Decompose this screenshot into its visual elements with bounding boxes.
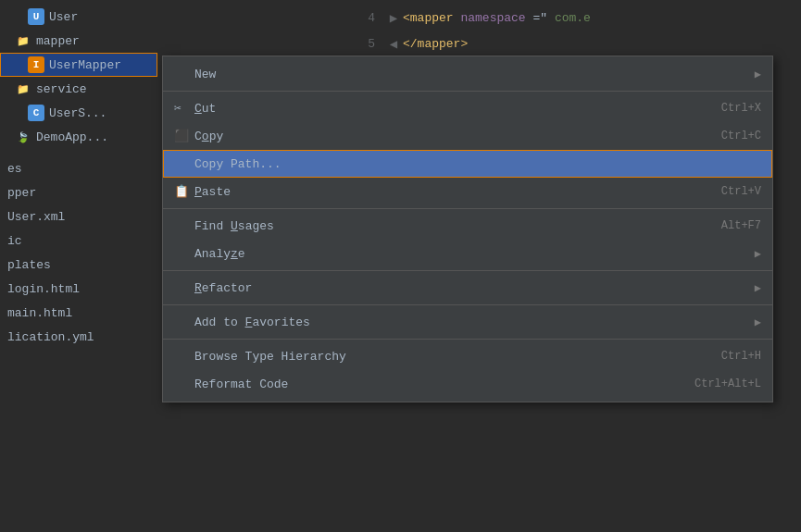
menu-item-copy-path[interactable]: Copy Path... (163, 150, 772, 178)
menu-item-browse-hierarchy[interactable]: Browse Type Hierarchy Ctrl+H (163, 342, 772, 370)
tree-label: UserMapper (49, 58, 121, 72)
separator (163, 91, 772, 92)
shortcut-hierarchy: Ctrl+H (684, 350, 761, 363)
code-text: </mapper> (403, 37, 468, 51)
tree-item-demoapp[interactable]: 🍃 DemoApp... (0, 125, 157, 149)
tree-label: service (36, 82, 87, 96)
menu-item-refactor[interactable]: Refactor ▶ (163, 274, 772, 302)
submenu-arrow-icon: ▶ (755, 247, 761, 261)
shortcut-copy: Ctrl+C (684, 130, 761, 142)
tree-item-service[interactable]: 📁 service (0, 77, 157, 101)
menu-label-new: New (194, 68, 747, 81)
menu-label-add-favorites: Add to Favorites (194, 315, 747, 329)
tree-item-partial-pper[interactable]: pper (0, 180, 157, 204)
tree-item-partial-lication[interactable]: lication.yml (0, 325, 157, 349)
line-number: 5 (352, 37, 375, 51)
fold-arrow: ◀ (384, 36, 403, 52)
tree-label: UserS... (49, 106, 106, 120)
tree-item-partial-es[interactable]: es (0, 156, 157, 180)
submenu-arrow-icon: ▶ (755, 281, 761, 295)
fold-arrow: ▶ (384, 10, 403, 26)
menu-item-add-favorites[interactable]: Add to Favorites ▶ (163, 308, 772, 336)
menu-item-new[interactable]: New ▶ (163, 60, 772, 88)
tree-item-partial-plates[interactable]: plates (0, 253, 157, 277)
tree-item-usermapper[interactable]: I UserMapper (0, 53, 157, 77)
folder-icon: 📁 (15, 32, 31, 49)
project-tree: U User 📁 mapper I UserMapper 📁 service C… (0, 0, 157, 532)
menu-label-copy: Copy (194, 130, 684, 143)
shortcut-reformat: Ctrl+Alt+L (657, 377, 761, 390)
partial-label: es (7, 162, 22, 176)
shortcut-cut: Ctrl+X (684, 102, 761, 115)
menu-item-cut[interactable]: ✂ Cut Ctrl+X (163, 94, 772, 122)
shortcut-paste: Ctrl+V (684, 185, 761, 198)
cut-icon: ✂ (174, 101, 194, 116)
partial-label: User.xml (7, 210, 65, 224)
context-menu: New ▶ ✂ Cut Ctrl+X ⬛ Copy Ctrl+C Copy Pa… (162, 56, 773, 402)
tree-label: mapper (36, 34, 80, 48)
menu-item-paste[interactable]: 📋 Paste Ctrl+V (163, 178, 772, 205)
folder-icon: 📁 (15, 80, 31, 97)
separator (163, 339, 772, 340)
code-line-5: 5 ◀ </mapper> (352, 31, 792, 56)
line-number: 4 (352, 11, 375, 25)
tree-item-mapper[interactable]: 📁 mapper (0, 29, 157, 53)
tree-item-users[interactable]: C UserS... (0, 101, 157, 125)
menu-label-cut: Cut (194, 102, 684, 116)
tree-item-partial-userxml[interactable]: User.xml (0, 204, 157, 229)
interface-icon: I (28, 56, 44, 73)
tree-item-user[interactable]: U User (0, 5, 157, 29)
user-icon: U (28, 8, 44, 25)
separator (163, 270, 772, 271)
tree-item-partial-login[interactable]: login.html (0, 277, 157, 301)
menu-label-browse-hierarchy: Browse Type Hierarchy (194, 350, 684, 364)
partial-label: pper (7, 186, 36, 200)
menu-label-reformat: Reformat Code (194, 377, 657, 391)
spring-icon: 🍃 (15, 129, 31, 145)
separator (163, 208, 772, 209)
menu-item-analyze[interactable]: Analyze ▶ (163, 240, 772, 267)
ide-background: U User 📁 mapper I UserMapper 📁 service C… (0, 0, 801, 532)
partial-label: main.html (7, 306, 72, 320)
tree-label: User (49, 10, 78, 24)
menu-label-find-usages: Find Usages (194, 219, 684, 233)
separator (163, 304, 772, 305)
class-icon: C (28, 105, 44, 121)
code-line-4: 4 ▶ <mapper namespace =" com.e (352, 5, 792, 31)
menu-label-analyze: Analyze (194, 247, 747, 261)
partial-label: ic (7, 234, 22, 248)
submenu-arrow-icon: ▶ (755, 68, 761, 81)
menu-label-copy-path: Copy Path... (194, 157, 761, 171)
menu-label-refactor: Refactor (194, 281, 747, 295)
tree-item-partial-main[interactable]: main.html (0, 301, 157, 325)
tree-item-partial-ic[interactable]: ic (0, 229, 157, 253)
partial-label: lication.yml (7, 330, 94, 344)
copy-icon: ⬛ (174, 129, 194, 143)
shortcut-find-usages: Alt+F7 (684, 219, 761, 232)
partial-label: plates (7, 258, 51, 272)
code-text: <mapper namespace =" com.e (403, 11, 591, 25)
tree-label: DemoApp... (36, 130, 108, 144)
paste-icon: 📋 (174, 184, 194, 199)
menu-label-paste: Paste (194, 185, 684, 199)
menu-item-find-usages[interactable]: Find Usages Alt+F7 (163, 212, 772, 240)
submenu-arrow-icon: ▶ (755, 315, 761, 329)
menu-item-reformat[interactable]: Reformat Code Ctrl+Alt+L (163, 370, 772, 398)
menu-item-copy[interactable]: ⬛ Copy Ctrl+C (163, 122, 772, 150)
partial-label: login.html (7, 282, 80, 296)
